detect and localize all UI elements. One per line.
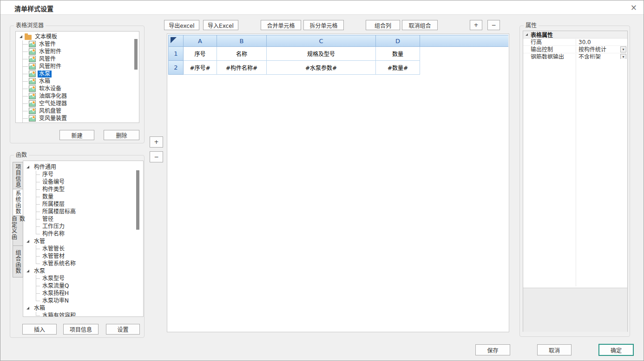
tree-item[interactable]: 水管附件 (16, 48, 139, 55)
function-tree-item[interactable]: 管径 (23, 215, 143, 223)
cell-b2[interactable]: #构件名称# (217, 61, 267, 75)
function-tree-item[interactable]: 水管 (23, 238, 143, 245)
expand-collapse-icon[interactable] (26, 270, 29, 272)
function-tree-item[interactable]: 构件类型 (23, 186, 143, 193)
function-tree-item[interactable]: 水箱有效容积 (23, 312, 143, 317)
tree-item[interactable]: 文本模板 (16, 33, 139, 40)
tree-item[interactable]: 变风量装置 (16, 115, 139, 122)
function-item-label: 水泵型号 (41, 275, 66, 282)
column-header-d[interactable]: D (376, 35, 420, 47)
template-icon (29, 115, 36, 122)
function-tree-item[interactable]: 水箱 (23, 304, 143, 312)
function-category-tab[interactable]: 自定义函数 (13, 215, 23, 246)
ok-button[interactable]: 确定 (598, 344, 634, 356)
property-category-row[interactable]: 表格属性 (523, 31, 627, 39)
cell-c2[interactable]: #水泵参数# (267, 61, 376, 75)
tree-item[interactable]: 风管件 (16, 55, 139, 63)
function-tree-item[interactable]: 构件名称 (23, 230, 143, 238)
cancel-button[interactable]: 取消 (537, 344, 572, 355)
property-row[interactable]: 行高 30.0 ▾ (523, 39, 627, 46)
tree-item[interactable]: 软水设备 (16, 85, 139, 92)
delete-button[interactable]: 删除 (104, 130, 139, 140)
function-item-label: 构件通用 (33, 164, 58, 171)
function-tree-item[interactable]: 水管管长 (23, 245, 143, 252)
select-all-corner[interactable] (169, 35, 184, 47)
chevron-down-icon: ▾ (622, 55, 624, 59)
column-header-b[interactable]: B (217, 35, 267, 47)
expand-collapse-icon[interactable] (20, 35, 22, 38)
function-category-tab[interactable]: 组合函数 (13, 245, 23, 277)
function-tree-item[interactable]: 所属楼层 (23, 200, 143, 208)
dropdown-button[interactable]: ▾ (620, 46, 626, 52)
category-expand-icon[interactable] (526, 33, 528, 36)
tree-connector-tick (36, 212, 40, 212)
template-icon (29, 56, 36, 62)
cell-d2[interactable]: #数量# (376, 61, 420, 75)
tree-item[interactable]: 风管附件 (16, 63, 139, 70)
row-header-1[interactable]: 1 (169, 47, 184, 61)
add-row-button[interactable]: + (470, 20, 482, 30)
insert-button[interactable]: 插入 (22, 324, 57, 335)
function-tree-item[interactable]: 水管系统名称 (23, 260, 143, 267)
row-header-2[interactable]: 2 (169, 61, 184, 75)
tree-item-label: 风管附件 (38, 63, 63, 70)
column-header-a[interactable]: A (184, 35, 217, 47)
template-icon (29, 85, 36, 92)
function-tree-item[interactable]: 水泵流量Q (23, 282, 143, 290)
function-category-tab[interactable]: 系统函数 (13, 189, 23, 216)
cell-a1[interactable]: 序号 (184, 47, 217, 61)
cell-a2[interactable]: #序号# (184, 61, 217, 75)
project-info-button[interactable]: 项目信息 (63, 324, 99, 335)
ungroup-columns-button[interactable]: 取消组合 (402, 20, 438, 30)
function-tree-item[interactable]: 水泵功率N (23, 297, 143, 304)
function-tree-item[interactable]: 序号 (23, 171, 143, 178)
remove-row-button[interactable]: − (487, 20, 500, 30)
expand-collapse-icon[interactable] (26, 307, 29, 309)
group-columns-button[interactable]: 组合列 (366, 20, 400, 30)
function-item-label: 水泵扬程H (41, 290, 70, 297)
scrollbar-thumb[interactable] (136, 170, 139, 230)
tree-item[interactable] (16, 122, 139, 123)
tree-item[interactable]: 水管件 (16, 40, 139, 48)
cell-c1[interactable]: 规格及型号 (267, 47, 376, 61)
function-tree-item[interactable]: 工作压力 (23, 223, 143, 230)
settings-button[interactable]: 设置 (106, 324, 140, 335)
function-category-tab[interactable]: 项目信息 (13, 162, 23, 189)
splitter-minus-button[interactable]: − (150, 151, 163, 162)
function-tree-item[interactable]: 设备编号 (23, 178, 143, 186)
function-tree-item[interactable]: 数量 (23, 193, 143, 200)
tree-item[interactable]: 水箱 (16, 77, 139, 85)
split-cells-button[interactable]: 拆分单元格 (303, 20, 344, 30)
property-value[interactable]: 按构件统计 (576, 46, 627, 53)
expand-collapse-icon[interactable] (26, 240, 29, 243)
function-tree-item[interactable]: 水泵型号 (23, 275, 143, 282)
export-excel-button[interactable]: 导出excel (164, 20, 199, 30)
function-tree-item[interactable]: 所属楼层标高 (23, 208, 143, 215)
column-header-c[interactable]: C (267, 35, 376, 47)
tree-item[interactable]: 油烟净化器 (16, 92, 139, 100)
cell-d1[interactable]: 数量 (376, 47, 420, 61)
expand-collapse-icon[interactable] (26, 166, 29, 168)
tree-connector-tick (36, 189, 40, 190)
function-tree-item[interactable]: 水泵扬程H (23, 290, 143, 297)
function-tree-item[interactable]: 水泵 (23, 267, 143, 275)
function-tree-item[interactable]: 构件通用 (23, 163, 143, 171)
cell-blank (420, 61, 508, 75)
close-icon[interactable]: × (631, 3, 637, 12)
tree-item[interactable]: 水泵 (16, 70, 139, 77)
cell-b1[interactable]: 名称 (217, 47, 267, 61)
function-tree-item[interactable]: 水管管材 (23, 252, 143, 260)
tree-item[interactable]: 空气处理器 (16, 100, 139, 107)
property-row[interactable]: 输出控制 按构件统计 ▾ (523, 46, 627, 53)
tree-connector-tick (36, 182, 40, 182)
folder-icon (25, 35, 32, 40)
tree-item[interactable]: 风机盘管 (16, 107, 139, 115)
splitter-plus-button[interactable]: + (150, 136, 163, 148)
save-button[interactable]: 保存 (475, 344, 510, 355)
property-value[interactable]: 30.0 (576, 39, 627, 45)
scrollbar-thumb[interactable] (134, 39, 138, 70)
import-excel-button[interactable]: 导入Excel (203, 20, 238, 30)
tree-connector-tick (22, 52, 28, 52)
new-button[interactable]: 新建 (59, 130, 94, 140)
merge-cells-button[interactable]: 合并单元格 (261, 20, 301, 30)
